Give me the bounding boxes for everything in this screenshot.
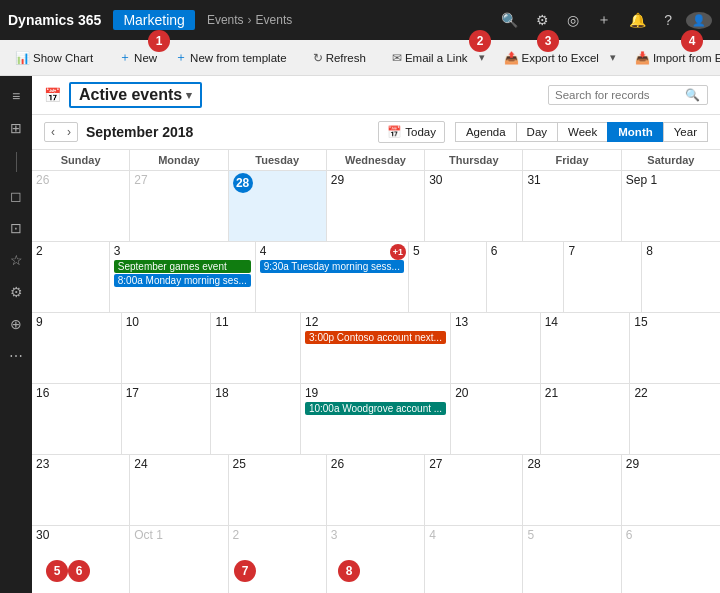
cal-date-w3d4: 20 xyxy=(455,386,536,400)
cal-nav-arrows: ‹ › xyxy=(44,122,78,142)
event-w3d3-0[interactable]: 10:00a Woodgrove account ... xyxy=(305,402,446,415)
top-nav: Dynamics 365 Marketing Events › Events 🔍… xyxy=(0,0,720,40)
cal-cell-w1d6[interactable]: 8 xyxy=(642,242,720,312)
cal-cell-w3d5[interactable]: 21 xyxy=(541,384,631,454)
month-tab[interactable]: Month xyxy=(607,122,662,142)
calendar-nav: ‹ › September 2018 📅 Today Agenda Day We… xyxy=(32,115,720,150)
cal-date-w0d2: 28 xyxy=(233,173,253,193)
cal-date-w3d2: 18 xyxy=(215,386,296,400)
event-w1d1-0[interactable]: September games event xyxy=(114,260,251,273)
cal-cell-w2d5[interactable]: 14 xyxy=(541,313,631,383)
cal-cell-w3d1[interactable]: 17 xyxy=(122,384,212,454)
cal-cell-w5d4[interactable]: 4 xyxy=(425,526,523,593)
cal-cell-w2d2[interactable]: 11 xyxy=(211,313,301,383)
cal-cell-w0d6[interactable]: Sep 1 xyxy=(622,171,720,241)
cal-cell-w1d1[interactable]: 3September games event8:00a Monday morni… xyxy=(110,242,256,312)
cal-cell-w1d3[interactable]: 5 xyxy=(409,242,487,312)
app-name[interactable]: Dynamics 365 xyxy=(8,12,101,28)
user-avatar[interactable]: 👤 xyxy=(686,12,712,29)
annotation-7: 7 xyxy=(234,560,256,582)
cal-cell-w4d5[interactable]: 28 xyxy=(523,455,621,525)
today-button[interactable]: 📅 Today xyxy=(378,121,445,143)
refresh-button[interactable]: ↻ Refresh xyxy=(306,48,373,68)
cal-cell-w4d2[interactable]: 25 xyxy=(229,455,327,525)
event-w2d3-0[interactable]: 3:00p Contoso account next... xyxy=(305,331,446,344)
cal-cell-w4d6[interactable]: 29 xyxy=(622,455,720,525)
annotation-2: 2 xyxy=(469,30,491,52)
search-icon[interactable]: 🔍 xyxy=(685,88,700,102)
cal-date-w4d0: 23 xyxy=(36,457,125,471)
cal-cell-w0d0[interactable]: 26 xyxy=(32,171,130,241)
cal-date-w2d0: 9 xyxy=(36,315,117,329)
cal-cell-w2d1[interactable]: 10 xyxy=(122,313,212,383)
cal-cell-w1d2[interactable]: 4+19:30a Tuesday morning sess... xyxy=(256,242,409,312)
cal-cell-w3d4[interactable]: 20 xyxy=(451,384,541,454)
question-nav-icon[interactable]: ? xyxy=(660,10,676,30)
more-events-w1d2[interactable]: +1 xyxy=(390,244,406,260)
settings-nav-icon[interactable]: ⚙ xyxy=(532,10,553,30)
cal-cell-w0d5[interactable]: 31 xyxy=(523,171,621,241)
cal-cell-w3d0[interactable]: 16 xyxy=(32,384,122,454)
cal-cell-w1d5[interactable]: 7 xyxy=(564,242,642,312)
cal-week-0: 262728293031Sep 1 xyxy=(32,171,720,242)
event-w1d1-1[interactable]: 8:00a Monday morning ses... xyxy=(114,274,251,287)
cal-cell-w4d1[interactable]: 24 xyxy=(130,455,228,525)
new-from-template-button[interactable]: ＋ New from template xyxy=(168,46,294,69)
cal-cell-w5d1[interactable]: Oct 1 xyxy=(130,526,228,593)
cal-cell-w0d4[interactable]: 30 xyxy=(425,171,523,241)
cal-cell-w3d3[interactable]: 1910:00a Woodgrove account ... xyxy=(301,384,451,454)
sidebar-nav-icon-2[interactable]: ⊡ xyxy=(2,216,30,240)
agenda-tab[interactable]: Agenda xyxy=(455,122,516,142)
cal-week-5: 30Oct 123456 xyxy=(32,526,720,593)
next-month-button[interactable]: › xyxy=(61,123,77,141)
sidebar-nav-icon-6[interactable]: ⋯ xyxy=(2,344,30,368)
cal-cell-w2d0[interactable]: 9 xyxy=(32,313,122,383)
cal-date-w3d0: 16 xyxy=(36,386,117,400)
cal-cell-w5d5[interactable]: 5 xyxy=(523,526,621,593)
cal-date-w4d6: 29 xyxy=(626,457,716,471)
breadcrumb-events2[interactable]: Events xyxy=(256,13,293,27)
sidebar-nav-icon-1[interactable]: ◻ xyxy=(2,184,30,208)
module-name[interactable]: Marketing xyxy=(113,10,194,30)
sidebar-home-icon[interactable]: ⊞ xyxy=(2,116,30,140)
sidebar-nav-icon-4[interactable]: ⚙ xyxy=(2,280,30,304)
search-nav-icon[interactable]: 🔍 xyxy=(497,10,522,30)
plus-nav-icon[interactable]: ＋ xyxy=(593,9,615,31)
email-dropdown-arrow[interactable]: ▾ xyxy=(479,51,485,64)
breadcrumb-events1[interactable]: Events xyxy=(207,13,244,27)
sidebar-nav-icon-5[interactable]: ⊕ xyxy=(2,312,30,336)
cal-cell-w1d0[interactable]: 2 xyxy=(32,242,110,312)
cal-cell-w0d1[interactable]: 27 xyxy=(130,171,228,241)
email-link-button[interactable]: ✉ Email a Link xyxy=(385,48,475,68)
import-excel-button[interactable]: 📥 Import from Excel xyxy=(628,48,720,68)
cal-cell-w0d2[interactable]: 28 xyxy=(229,171,327,241)
active-events-filter[interactable]: Active events ▾ xyxy=(69,82,202,108)
sidebar-nav-icon-3[interactable]: ☆ xyxy=(2,248,30,272)
cal-cell-w4d3[interactable]: 26 xyxy=(327,455,425,525)
cal-cell-w2d4[interactable]: 13 xyxy=(451,313,541,383)
day-tab[interactable]: Day xyxy=(516,122,557,142)
prev-month-button[interactable]: ‹ xyxy=(45,123,61,141)
week-tab[interactable]: Week xyxy=(557,122,607,142)
cal-cell-w5d6[interactable]: 6 xyxy=(622,526,720,593)
export-dropdown-arrow[interactable]: ▾ xyxy=(610,51,616,64)
cal-cell-w4d0[interactable]: 23 xyxy=(32,455,130,525)
sidebar-menu-icon[interactable]: ≡ xyxy=(2,84,30,108)
cal-cell-w3d6[interactable]: 22 xyxy=(630,384,720,454)
filter-row: 📅 Active events ▾ 🔍 xyxy=(32,76,720,115)
cal-date-w1d3: 5 xyxy=(413,244,482,258)
day-header-tuesday: Tuesday xyxy=(229,150,327,170)
cal-cell-w5d3[interactable]: 3 xyxy=(327,526,425,593)
cal-cell-w3d2[interactable]: 18 xyxy=(211,384,301,454)
location-nav-icon[interactable]: ◎ xyxy=(563,10,583,30)
cal-cell-w1d4[interactable]: 6 xyxy=(487,242,565,312)
event-w1d2-0[interactable]: 9:30a Tuesday morning sess... xyxy=(260,260,404,273)
cal-cell-w2d6[interactable]: 15 xyxy=(630,313,720,383)
cal-cell-w2d3[interactable]: 123:00p Contoso account next... xyxy=(301,313,451,383)
year-tab[interactable]: Year xyxy=(663,122,708,142)
cal-cell-w4d4[interactable]: 27 xyxy=(425,455,523,525)
search-input[interactable] xyxy=(555,89,685,101)
show-chart-button[interactable]: 📊 Show Chart xyxy=(8,48,100,68)
cal-cell-w0d3[interactable]: 29 xyxy=(327,171,425,241)
bell-nav-icon[interactable]: 🔔 xyxy=(625,10,650,30)
